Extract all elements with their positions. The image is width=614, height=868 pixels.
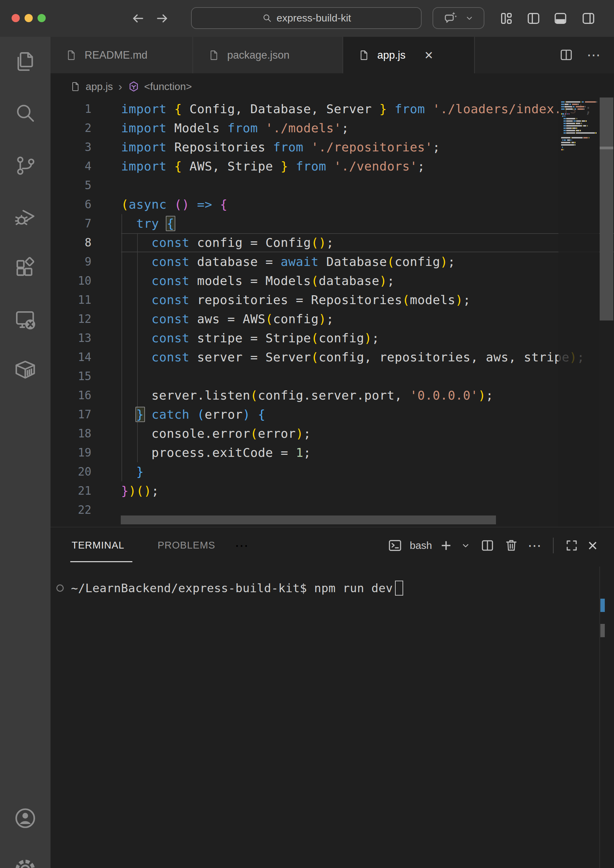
activity-explorer-button[interactable]	[10, 46, 40, 77]
code-token: import	[121, 159, 174, 173]
launch-profile-chevron-icon[interactable]	[460, 540, 471, 551]
code-line[interactable]: 5	[50, 176, 614, 195]
line-number[interactable]: 10	[50, 271, 95, 290]
line-number[interactable]: 21	[50, 481, 95, 501]
minimap-line	[561, 149, 598, 151]
code-line[interactable]: 12 const aws = AWS(config);	[50, 310, 614, 329]
line-text: console.error(error);	[121, 424, 614, 443]
more-actions-icon[interactable]: ⋯	[587, 47, 601, 63]
panel-tab-terminal[interactable]: TERMINAL	[72, 540, 124, 551]
code-line[interactable]: 4import { AWS, Stripe } from './vendors'…	[50, 157, 614, 176]
close-panel-icon[interactable]: ×	[588, 538, 598, 553]
line-number[interactable]: 11	[50, 290, 95, 310]
activity-extensions-button[interactable]	[10, 253, 40, 283]
code-line[interactable]: 7 try {	[50, 214, 614, 233]
code-line[interactable]: 2import Models from './models';	[50, 119, 614, 138]
code-line[interactable]: 18 console.error(error);	[50, 424, 614, 443]
line-number[interactable]: 9	[50, 252, 95, 271]
close-window-button[interactable]	[12, 14, 20, 22]
activity-run-debug-button[interactable]	[10, 202, 40, 232]
toggle-primary-sidebar-button[interactable]	[525, 11, 541, 26]
split-editor-icon[interactable]	[559, 47, 574, 62]
activity-search-button[interactable]	[10, 98, 40, 129]
line-number[interactable]: 2	[50, 119, 95, 138]
minimap-line	[561, 144, 598, 146]
line-number[interactable]: 16	[50, 386, 95, 405]
minimap-bar	[567, 113, 567, 115]
new-terminal-button[interactable]: +	[441, 538, 451, 553]
navigate-forward-button[interactable]	[154, 10, 171, 26]
navigate-back-button[interactable]	[130, 10, 146, 26]
line-number[interactable]: 6	[50, 195, 95, 214]
line-text: const repositories = Repositories(models…	[121, 290, 614, 310]
settings-gear-button[interactable]	[10, 854, 40, 868]
line-number[interactable]: 15	[50, 367, 95, 386]
code-line[interactable]: 14 const server = Server(config, reposit…	[50, 348, 614, 367]
line-number[interactable]: 19	[50, 443, 95, 462]
code-token	[387, 102, 395, 116]
line-number[interactable]: 22	[50, 501, 95, 519]
activity-source-control-button[interactable]	[10, 150, 40, 181]
line-number[interactable]: 8	[50, 233, 95, 252]
code-line[interactable]: 15	[50, 367, 614, 386]
toggle-panel-button[interactable]	[553, 11, 568, 26]
copilot-chat-button[interactable]	[432, 7, 484, 29]
account-button[interactable]	[10, 803, 40, 834]
activity-remote-explorer-button[interactable]	[10, 304, 40, 335]
line-number[interactable]: 1	[50, 99, 95, 119]
line-number[interactable]: 4	[50, 157, 95, 176]
activity-containers-button[interactable]	[10, 355, 40, 385]
line-number[interactable]: 12	[50, 310, 95, 329]
line-number[interactable]: 20	[50, 462, 95, 481]
line-number[interactable]: 5	[50, 176, 95, 195]
terminal-more-actions-icon[interactable]: ⋯	[528, 538, 542, 553]
code-line[interactable]: 17 } catch (error) {	[50, 405, 614, 424]
panel-tab-problems[interactable]: PROBLEMS	[158, 540, 215, 551]
maximize-panel-icon[interactable]	[564, 538, 579, 553]
vertical-scrollbar[interactable]	[600, 98, 613, 321]
kill-terminal-trash-icon[interactable]	[504, 538, 519, 553]
code-line[interactable]: 10 const models = Models(database);	[50, 271, 614, 290]
code-line[interactable]: 20 }	[50, 462, 614, 481]
horizontal-scrollbar[interactable]	[121, 516, 496, 524]
line-number[interactable]: 13	[50, 329, 95, 348]
code-token: Repositories	[167, 140, 273, 154]
code-token: (	[311, 331, 319, 345]
tab-app-js[interactable]: app.js ×	[343, 37, 475, 73]
minimize-window-button[interactable]	[25, 14, 33, 22]
code-line[interactable]: 21})();	[50, 481, 614, 501]
code-line[interactable]: 3import Repositories from './repositorie…	[50, 138, 614, 157]
minimap[interactable]	[558, 99, 599, 527]
code-editor[interactable]: 1import { Config, Database, Server } fro…	[50, 99, 614, 527]
code-line[interactable]: 11 const repositories = Repositories(mod…	[50, 290, 614, 310]
line-number[interactable]: 18	[50, 424, 95, 443]
tab-label: README.md	[85, 49, 148, 61]
code-line[interactable]: 6(async () => {	[50, 195, 614, 214]
code-token: ;	[432, 140, 440, 154]
line-number[interactable]: 3	[50, 138, 95, 157]
close-tab-button[interactable]: ×	[425, 48, 433, 62]
breadcrumb-file[interactable]: app.js	[85, 81, 113, 92]
code-line[interactable]: 9 const database = await Database(config…	[50, 252, 614, 271]
code-line[interactable]: 19 process.exitCode = 1;	[50, 443, 614, 462]
command-center-search[interactable]: express-build-kit	[191, 7, 421, 29]
split-terminal-icon[interactable]	[480, 538, 495, 553]
panel-more-tabs-icon[interactable]: ⋯	[235, 538, 249, 553]
terminal-command-line[interactable]: ~/LearnBackend/express-build-kit$ npm ru…	[50, 579, 403, 597]
customize-layout-button[interactable]	[499, 11, 515, 26]
code-line[interactable]: 16 server.listen(config.server.port, '0.…	[50, 386, 614, 405]
breadcrumb-symbol[interactable]: <function>	[144, 81, 192, 92]
line-number[interactable]: 17	[50, 405, 95, 424]
minimap-line	[561, 120, 598, 122]
code-line[interactable]: 1import { Config, Database, Server } fro…	[50, 99, 614, 119]
line-number[interactable]: 7	[50, 214, 95, 233]
code-line[interactable]: 13 const stripe = Stripe(config);	[50, 329, 614, 348]
tab-readme-md[interactable]: README.md	[50, 37, 193, 73]
tab-package-json[interactable]: package.json	[193, 37, 343, 73]
code-line[interactable]: 8 const config = Config();	[50, 233, 614, 252]
line-number[interactable]: 14	[50, 348, 95, 367]
code-token: ()	[174, 197, 190, 211]
code-token	[121, 465, 137, 479]
toggle-secondary-sidebar-button[interactable]	[581, 11, 596, 26]
zoom-window-button[interactable]	[37, 14, 46, 22]
